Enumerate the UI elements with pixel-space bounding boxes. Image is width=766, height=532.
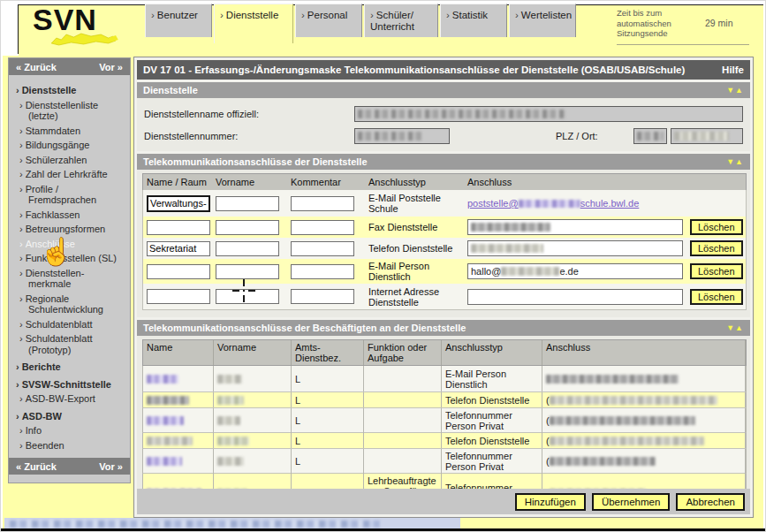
loeschen-button[interactable]: Löschen (690, 263, 743, 279)
anschluss-input[interactable]: hallo@ e.de (467, 263, 683, 279)
anschluss-input[interactable] (467, 289, 683, 305)
vorname-input[interactable] (216, 264, 279, 279)
tab-wertelisten[interactable]: ›Wertelisten (509, 4, 576, 37)
sidebar-item-fachklassen[interactable]: ›Fachklassen (14, 208, 126, 223)
funktion-value: Lehrbeauftragte am Sem. für Ausb. u. For… (364, 474, 442, 489)
sidebar-item-info[interactable]: ›Info (14, 423, 126, 438)
name-raum-input[interactable] (147, 241, 210, 256)
sidebar-item-regionale-schulentwicklung[interactable]: ›Regionale Schulentwicklung (14, 292, 126, 317)
table-row[interactable]: L Telefon Dienststelle ( (142, 392, 747, 408)
field-row: Dienststellennummer: PLZ / Ort: (144, 128, 743, 144)
name-raum-input[interactable] (147, 220, 210, 235)
redacted-anschluss (550, 489, 647, 490)
redacted-name (147, 457, 182, 466)
footer-button-bar: Hinzufügen Übernehmen Abbrechen (137, 489, 750, 514)
redacted-value (637, 132, 664, 141)
sidebar-item-schuldatenblatt[interactable]: ›Schuldatenblatt (14, 317, 126, 332)
chevron-icon: › (19, 440, 23, 451)
forward-button[interactable]: Vor » (99, 461, 123, 472)
sidebar-item-beenden[interactable]: ›Beenden (14, 438, 126, 453)
sidebar-item-label: Regionale Schulentwicklung (26, 293, 103, 315)
plz-ort-label: PLZ / Ort: (556, 131, 598, 141)
sidebar-nav-bottom: « Zurück Vor » (9, 458, 130, 475)
table-row[interactable]: L E-Mail Person Dienstlich (142, 366, 747, 392)
anschluss-input[interactable] (467, 219, 683, 235)
redacted-name (147, 375, 178, 384)
sidebar-item-zahl-der-lehrkraefte[interactable]: ›Zahl der Lehrkräfte (14, 167, 126, 182)
poststelle-email-link[interactable]: poststelle@ schule.bwl.de (467, 198, 683, 209)
uebernehmen-button[interactable]: Übernehmen (592, 493, 670, 511)
kommentar-input[interactable] (291, 241, 354, 256)
sidebar-item-bildungsgaenge[interactable]: ›Bildungsgänge (14, 138, 126, 153)
sidebar-item-dienststelle[interactable]: ›Dienststelle (14, 83, 126, 98)
name-raum-input[interactable] (147, 289, 210, 304)
tab-personal[interactable]: ›Personal (295, 4, 362, 37)
redacted-value (674, 132, 729, 141)
tab-dienststelle[interactable]: ›Dienststelle (214, 4, 293, 43)
chevron-icon: › (19, 319, 23, 330)
tab-benutzer[interactable]: ›Benutzer (145, 4, 212, 37)
vorname-input[interactable] (216, 196, 279, 211)
back-button[interactable]: « Zurück (16, 62, 57, 72)
vorname-input[interactable] (216, 220, 279, 235)
name-raum-input[interactable] (147, 264, 210, 279)
main-panel: DV 17 01 - Erfassungs-/Änderungsmaske Te… (133, 57, 754, 518)
sidebar-item-betreuungsformen[interactable]: ›Betreuungsformen (14, 222, 126, 237)
sidebar-item-label: Betreuungsformen (26, 224, 106, 234)
sidebar-item-svsw-schnittstelle[interactable]: ›SVSW-Schnittstelle (14, 377, 126, 392)
forward-button[interactable]: Vor » (99, 62, 123, 72)
collapse-expand-icon[interactable]: ▼▲ (726, 86, 744, 95)
name-raum-input[interactable] (147, 195, 210, 212)
sidebar-item-label: Fachklassen (26, 209, 80, 220)
sidebar-item-label: Beenden (26, 440, 64, 451)
table-row[interactable]: L Telefon Dienststelle ( (142, 433, 747, 449)
collapse-expand-icon[interactable]: ▼▲ (726, 157, 744, 166)
column-header: Kommentar (287, 177, 365, 187)
funktion-value (364, 366, 442, 391)
section-body-anschluesse: Name / Raum Vorname Kommentar Anschlusst… (137, 170, 750, 317)
sidebar-item-schuelerzahlen[interactable]: ›Schülerzahlen (14, 153, 126, 168)
sidebar-item-stammdaten[interactable]: ›Stammdaten (14, 124, 126, 139)
tab-schueler-unterricht[interactable]: ›Schüler/ Unterricht (364, 4, 438, 37)
tab-statistik[interactable]: ›Statistik (440, 4, 507, 37)
abbrechen-button[interactable]: Abbrechen (676, 493, 745, 511)
anschluss-input[interactable] (467, 240, 683, 256)
sidebar-item-label: Zahl der Lehrkräfte (26, 169, 108, 179)
back-button[interactable]: « Zurück (16, 461, 57, 472)
loeschen-button[interactable]: Löschen (690, 240, 743, 256)
kommentar-input[interactable] (291, 289, 354, 304)
sidebar-item-asd-bw[interactable]: ›ASD-BW (14, 409, 126, 424)
redacted-value (471, 244, 543, 253)
table-row[interactable]: L Telefonnummer Person Privat ( (142, 449, 747, 474)
anschluss-text-input[interactable] (471, 291, 679, 303)
sidebar-item-schuldatenblatt-prototyp[interactable]: ›Schuldatenblatt (Prototyp) (14, 331, 126, 357)
column-header: Anschlusstyp (365, 177, 464, 187)
hinzufuegen-button[interactable]: Hinzufügen (515, 493, 586, 511)
app-logo: SVN (33, 3, 139, 49)
redacted-vorname (217, 416, 240, 425)
email-suffix: schule.bwl.de (580, 198, 640, 209)
column-header: Anschlusstyp (442, 340, 542, 365)
help-link[interactable]: Hilfe (722, 65, 744, 75)
amtsbezeichnung-value: L (292, 366, 364, 391)
tab-label: Wertelisten (521, 10, 572, 20)
sidebar-item-dienststellenmerkmale[interactable]: ›Dienststellen-merkmale (14, 266, 126, 292)
kommentar-input[interactable] (291, 264, 354, 279)
kommentar-input[interactable] (291, 196, 354, 211)
sidebar-item-asd-bw-export[interactable]: ›ASD-BW-Export (14, 391, 126, 407)
redacted-name (147, 437, 193, 445)
kommentar-input[interactable] (291, 220, 354, 235)
sidebar-item-label: Schuldatenblatt (26, 319, 93, 330)
table-row[interactable]: L Lehrbeauftragte am Sem. für Ausb. u. F… (142, 474, 747, 489)
sidebar-item-profile-fremdsprachen[interactable]: ›Profile / Fremdsprachen (14, 182, 126, 208)
sidebar-item-berichte[interactable]: ›Berichte (14, 360, 126, 375)
loeschen-button[interactable]: Löschen (690, 219, 743, 235)
redacted-anschluss (550, 416, 695, 425)
loeschen-button[interactable]: Löschen (690, 289, 743, 305)
table-row[interactable]: L Telefonnummer Person Privat ( (142, 408, 747, 433)
sidebar-item-dienststellenliste[interactable]: ›Dienststellenliste (letzte) (14, 98, 126, 124)
collapse-expand-icon[interactable]: ▼▲ (726, 323, 744, 332)
sidebar-item-label: Dienststellenliste (letzte) (26, 100, 99, 122)
column-header: Vorname (214, 340, 292, 365)
vorname-input[interactable] (216, 241, 279, 256)
